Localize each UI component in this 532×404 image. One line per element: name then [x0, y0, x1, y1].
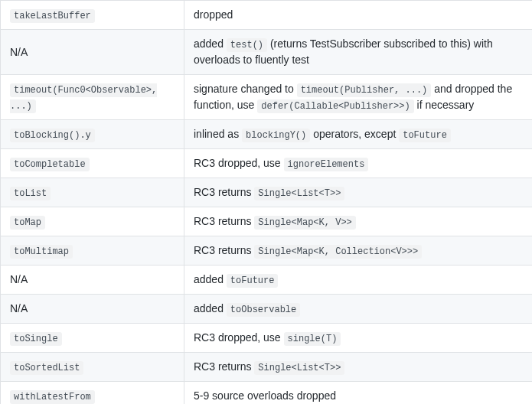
desc-text: if necessary — [417, 99, 475, 111]
code-cell: toBlocking().y — [10, 129, 95, 142]
code-inline: Single<List<T>> — [254, 361, 344, 375]
code-inline: ignoreElements — [284, 158, 369, 171]
code-inline: Single<Map<K, Collection<V>>> — [254, 245, 422, 259]
na-text: N/A — [10, 302, 28, 314]
code-inline: toFuture — [399, 129, 451, 142]
desc-text: added — [194, 37, 224, 50]
desc-text: RC3 dropped, use — [194, 331, 281, 344]
code-cell: timeout(Func0<Observable>, ...) — [10, 83, 157, 113]
code-inline: blockingY() — [242, 129, 310, 142]
desc-text: operators, except — [313, 128, 396, 140]
desc-text: inlined as — [194, 128, 239, 140]
table-row: toMultimap RC3 returns Single<Map<K, Col… — [1, 236, 533, 266]
code-inline: single(T) — [284, 332, 341, 346]
code-cell: withLatestFrom — [10, 390, 95, 404]
code-inline: test() — [227, 38, 267, 52]
table-row: toList RC3 returns Single<List<T>> — [1, 178, 533, 207]
table-row: toCompletable RC3 dropped, use ignoreEle… — [1, 149, 533, 178]
code-cell: toList — [10, 187, 51, 200]
table-row: toSortedList RC3 returns Single<List<T>> — [1, 353, 533, 382]
code-cell: toMultimap — [10, 245, 73, 259]
desc-text: RC3 returns — [194, 244, 251, 256]
code-inline: Single<List<T>> — [254, 187, 344, 200]
code-cell: takeLastBuffer — [10, 9, 95, 23]
na-text: N/A — [10, 46, 28, 58]
desc-text: added — [194, 302, 224, 314]
table-row: N/A added toFuture — [1, 266, 533, 295]
code-cell: toMap — [10, 216, 45, 230]
desc-text: signature changed to — [194, 83, 294, 95]
desc-text: RC3 dropped, use — [194, 157, 281, 169]
table-row: toMap RC3 returns Single<Map<K, V>> — [1, 207, 533, 236]
code-inline: timeout(Publisher, ...) — [297, 83, 432, 97]
code-cell: toCompletable — [10, 158, 90, 171]
table-row: takeLastBuffer dropped — [1, 1, 533, 30]
table-row: timeout(Func0<Observable>, ...) signatur… — [1, 75, 533, 120]
table-row: toBlocking().y inlined as blockingY() op… — [1, 120, 533, 149]
desc-text: added — [194, 273, 224, 285]
desc-text: RC3 returns — [194, 215, 251, 227]
table-row: withLatestFrom 5-9 source overloads drop… — [1, 382, 533, 405]
code-inline: toFuture — [227, 274, 279, 288]
code-inline: toObservable — [227, 303, 300, 317]
desc-text: RC3 returns — [194, 360, 251, 373]
code-inline: Single<Map<K, V>> — [254, 216, 355, 230]
desc-text: RC3 returns — [194, 186, 251, 198]
na-text: N/A — [10, 273, 28, 285]
code-cell: toSortedList — [10, 361, 83, 375]
desc-text: dropped — [194, 8, 233, 21]
api-changes-table: takeLastBuffer dropped N/A added test() … — [0, 0, 532, 404]
table-row: N/A added test() (returns TestSubscriber… — [1, 30, 533, 75]
table-row: toSingle RC3 dropped, use single(T) — [1, 324, 533, 353]
code-inline: defer(Callable<Publisher>>) — [257, 99, 413, 113]
desc-text: 5-9 source overloads dropped — [194, 389, 336, 402]
table-row: N/A added toObservable — [1, 295, 533, 324]
code-cell: toSingle — [10, 332, 62, 346]
